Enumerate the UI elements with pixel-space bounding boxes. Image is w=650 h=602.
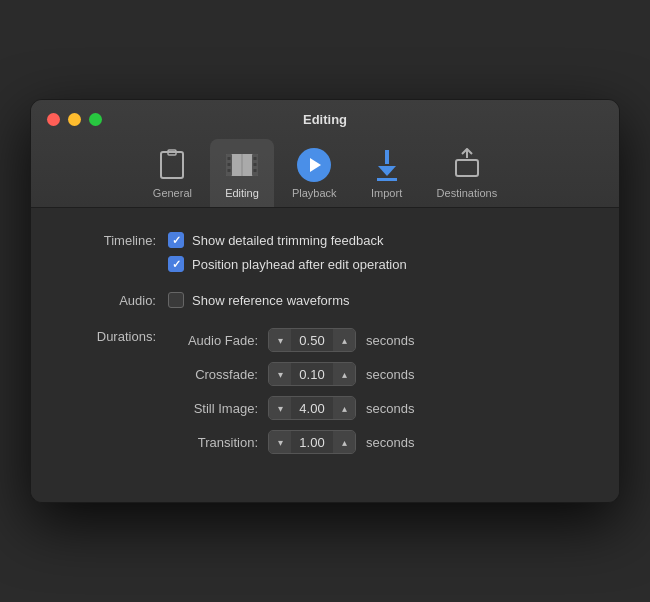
trimming-feedback-label: Show detailed trimming feedback bbox=[192, 233, 384, 248]
durations-section: Durations: Audio Fade: ▾ 0.50 ▴ seconds … bbox=[71, 328, 579, 454]
reference-waveforms-checkbox[interactable] bbox=[168, 292, 184, 308]
still-image-increment[interactable]: ▴ bbox=[333, 396, 355, 420]
audio-label: Audio: bbox=[71, 292, 156, 308]
transition-row: Transition: ▾ 1.00 ▴ seconds bbox=[168, 430, 414, 454]
durations-grid: Audio Fade: ▾ 0.50 ▴ seconds Crossfade: … bbox=[168, 328, 414, 454]
crossfade-unit: seconds bbox=[366, 367, 414, 382]
tab-editing[interactable]: Editing bbox=[210, 139, 274, 207]
audio-fade-stepper: ▾ 0.50 ▴ bbox=[268, 328, 356, 352]
svg-rect-5 bbox=[227, 157, 230, 160]
import-icon bbox=[369, 147, 405, 183]
svg-rect-8 bbox=[253, 157, 256, 160]
general-icon bbox=[154, 147, 190, 183]
title-row: Editing bbox=[47, 112, 603, 127]
svg-rect-10 bbox=[253, 169, 256, 172]
timeline-section: Timeline: Show detailed trimming feedbac… bbox=[71, 232, 579, 272]
crossfade-value: 0.10 bbox=[291, 367, 333, 382]
still-image-value: 4.00 bbox=[291, 401, 333, 416]
position-playhead-checkbox[interactable] bbox=[168, 256, 184, 272]
svg-rect-6 bbox=[227, 163, 230, 166]
durations-label: Durations: bbox=[71, 328, 156, 344]
transition-unit: seconds bbox=[366, 435, 414, 450]
trimming-feedback-checkbox[interactable] bbox=[168, 232, 184, 248]
crossfade-increment[interactable]: ▴ bbox=[333, 362, 355, 386]
tab-general[interactable]: General bbox=[139, 139, 206, 207]
audio-fade-unit: seconds bbox=[366, 333, 414, 348]
audio-section: Audio: Show reference waveforms bbox=[71, 292, 579, 308]
destinations-icon bbox=[449, 147, 485, 183]
titlebar: Editing General bbox=[31, 100, 619, 208]
still-image-row: Still Image: ▾ 4.00 ▴ seconds bbox=[168, 396, 414, 420]
transition-increment[interactable]: ▴ bbox=[333, 430, 355, 454]
transition-stepper: ▾ 1.00 ▴ bbox=[268, 430, 356, 454]
main-window: Editing General bbox=[30, 99, 620, 503]
still-image-label: Still Image: bbox=[168, 401, 258, 416]
tab-destinations[interactable]: Destinations bbox=[423, 139, 512, 207]
minimize-button[interactable] bbox=[68, 113, 81, 126]
tab-general-label: General bbox=[153, 187, 192, 199]
position-playhead-row: Position playhead after edit operation bbox=[168, 256, 407, 272]
svg-rect-12 bbox=[456, 160, 478, 176]
audio-fade-value: 0.50 bbox=[291, 333, 333, 348]
reference-waveforms-row: Show reference waveforms bbox=[168, 292, 350, 308]
timeline-controls: Show detailed trimming feedback Position… bbox=[168, 232, 407, 272]
audio-controls: Show reference waveforms bbox=[168, 292, 350, 308]
window-controls bbox=[47, 113, 102, 126]
crossfade-row: Crossfade: ▾ 0.10 ▴ seconds bbox=[168, 362, 414, 386]
maximize-button[interactable] bbox=[89, 113, 102, 126]
audio-fade-row: Audio Fade: ▾ 0.50 ▴ seconds bbox=[168, 328, 414, 352]
position-playhead-label: Position playhead after edit operation bbox=[192, 257, 407, 272]
crossfade-decrement[interactable]: ▾ bbox=[269, 362, 291, 386]
svg-rect-7 bbox=[227, 169, 230, 172]
audio-fade-decrement[interactable]: ▾ bbox=[269, 328, 291, 352]
still-image-unit: seconds bbox=[366, 401, 414, 416]
transition-decrement[interactable]: ▾ bbox=[269, 430, 291, 454]
tab-destinations-label: Destinations bbox=[437, 187, 498, 199]
toolbar: General bbox=[47, 139, 603, 207]
reference-waveforms-label: Show reference waveforms bbox=[192, 293, 350, 308]
tab-editing-label: Editing bbox=[225, 187, 259, 199]
playback-icon bbox=[296, 147, 332, 183]
still-image-decrement[interactable]: ▾ bbox=[269, 396, 291, 420]
transition-value: 1.00 bbox=[291, 435, 333, 450]
tab-import-label: Import bbox=[371, 187, 402, 199]
trimming-feedback-row: Show detailed trimming feedback bbox=[168, 232, 407, 248]
tab-playback[interactable]: Playback bbox=[278, 139, 351, 207]
tab-playback-label: Playback bbox=[292, 187, 337, 199]
editing-icon bbox=[224, 147, 260, 183]
crossfade-label: Crossfade: bbox=[168, 367, 258, 382]
tab-import[interactable]: Import bbox=[355, 139, 419, 207]
window-title: Editing bbox=[303, 112, 347, 127]
transition-label: Transition: bbox=[168, 435, 258, 450]
svg-rect-0 bbox=[161, 152, 183, 178]
crossfade-stepper: ▾ 0.10 ▴ bbox=[268, 362, 356, 386]
still-image-stepper: ▾ 4.00 ▴ bbox=[268, 396, 356, 420]
audio-fade-increment[interactable]: ▴ bbox=[333, 328, 355, 352]
timeline-label: Timeline: bbox=[71, 232, 156, 248]
content-area: Timeline: Show detailed trimming feedbac… bbox=[31, 208, 619, 502]
svg-rect-9 bbox=[253, 163, 256, 166]
audio-fade-label: Audio Fade: bbox=[168, 333, 258, 348]
close-button[interactable] bbox=[47, 113, 60, 126]
